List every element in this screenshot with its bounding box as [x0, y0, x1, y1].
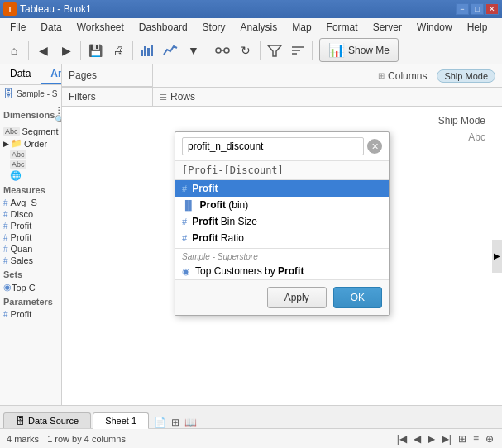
ac-buttons: Apply OK — [175, 279, 389, 315]
source-name: Sample - Superstore — [17, 89, 58, 98]
dim-row-1[interactable]: Abc — [0, 150, 61, 160]
menu-format[interactable]: Format — [320, 20, 365, 35]
nav-first-button[interactable]: |◀ — [395, 433, 409, 445]
new-story-icon[interactable]: 📖 — [184, 417, 197, 428]
zoom-button[interactable]: ⊕ — [484, 433, 495, 445]
minimize-button[interactable]: − — [456, 3, 469, 15]
print-button[interactable]: 🖨 — [108, 40, 129, 61]
bar-icon-profitbin: ▐▌ — [182, 200, 195, 210]
sets-label: Sets — [0, 266, 61, 281]
apply-button[interactable]: Apply — [267, 287, 327, 308]
hash-icon-5: # — [3, 245, 8, 254]
data-source-item[interactable]: 🗄 Sample - Superstore — [0, 85, 61, 102]
show-me-button[interactable]: 📊 Show Me — [319, 38, 399, 62]
tab-datasource-label: Data Source — [28, 416, 79, 426]
menu-file[interactable]: File — [3, 20, 32, 35]
measure-disco[interactable]: # Disco — [0, 208, 61, 220]
menu-window[interactable]: Window — [410, 20, 459, 35]
ac-item-top-customers[interactable]: ◉ Top Customers by Profit — [175, 263, 389, 279]
new-dashboard-icon[interactable]: ⊞ — [171, 417, 179, 428]
menu-map[interactable]: Map — [285, 20, 318, 35]
toolbar-sep-4 — [208, 41, 208, 60]
dim-order-folder[interactable]: ▶ 📁 Order — [0, 137, 61, 150]
autocomplete-input[interactable] — [182, 137, 364, 155]
menu-server[interactable]: Server — [366, 20, 409, 35]
toolbar-sep-5 — [260, 41, 261, 60]
nav-prev-button[interactable]: ◀ — [412, 433, 423, 445]
filter-button[interactable] — [264, 40, 285, 61]
param-profit[interactable]: # Profit — [0, 308, 61, 320]
nav-next-button[interactable]: ▶ — [426, 433, 437, 445]
tab-data-source[interactable]: 🗄 Data Source — [3, 412, 91, 428]
dims-options-icon[interactable]: ⋮ 🔍 — [55, 106, 62, 124]
chart-icon: 📊 — [328, 42, 345, 58]
tab-sheet1[interactable]: Sheet 1 — [93, 412, 149, 429]
home-button[interactable]: ⌂ — [3, 40, 25, 61]
abc-icon: Abc — [3, 127, 20, 136]
ac-item-profitbin-label: Profit (bin) — [200, 199, 249, 211]
dimensions-label: Dimensions ⋮ 🔍 — [0, 102, 61, 126]
nav-last-button[interactable]: ▶| — [440, 433, 453, 445]
ac-item-topCust-label: Top Customers by Profit — [195, 265, 304, 277]
hash-icon-1: # — [3, 198, 8, 207]
menu-worksheet[interactable]: Worksheet — [70, 20, 131, 35]
ac-clear-button[interactable]: ✕ — [367, 139, 382, 154]
grid-view-button[interactable]: ⊞ — [457, 433, 468, 445]
ac-item-profit-ratio[interactable]: # Profit Ratio — [175, 230, 389, 246]
rows-icon: ☰ — [160, 93, 167, 102]
sort-button[interactable] — [287, 40, 308, 61]
show-me-label: Show Me — [348, 45, 390, 56]
folder-icon: 📁 — [11, 138, 22, 149]
status-right: |◀ ◀ ▶ ▶| ⊞ ≡ ⊕ — [395, 433, 495, 445]
close-button[interactable]: ✕ — [485, 3, 499, 15]
maximize-button[interactable]: □ — [471, 3, 484, 15]
refresh-button[interactable]: ↻ — [235, 40, 256, 61]
ac-formula: [Profi-[Discount] — [175, 161, 389, 180]
dim-row-2[interactable]: Abc — [0, 160, 61, 169]
save-button[interactable]: 💾 — [84, 40, 106, 61]
ac-input-row: ✕ — [175, 132, 389, 161]
abc-icon-2: Abc — [10, 150, 26, 159]
tab-analytics[interactable]: Analytics — [41, 64, 62, 84]
ac-item-profit[interactable]: # Profit — [175, 180, 389, 197]
chart-dropdown-button[interactable]: ▼ — [183, 40, 204, 61]
ok-button[interactable]: OK — [333, 287, 382, 308]
bar-chart-button[interactable] — [136, 40, 158, 61]
menu-story[interactable]: Story — [196, 20, 232, 35]
hash-icon-4: # — [3, 233, 8, 242]
pages-shelf: Pages — [62, 64, 153, 87]
forward-button[interactable]: ▶ — [55, 40, 77, 61]
toolbar-sep-2 — [80, 41, 81, 60]
measure-avgS[interactable]: # Avg_S — [0, 197, 61, 208]
ac-item-profit-binsize[interactable]: # Profit Bin Size — [175, 213, 389, 230]
new-worksheet-icon[interactable]: 📄 — [154, 417, 166, 428]
ship-mode-pill-col[interactable]: Ship Mode — [437, 69, 495, 83]
menu-dashboard[interactable]: Dashboard — [132, 20, 194, 35]
ac-item-profit-bin[interactable]: ▐▌ Profit (bin) — [175, 197, 389, 213]
columns-shelf: ⊞ Columns Ship Mode — [153, 64, 502, 87]
measure-sales[interactable]: # Sales — [0, 255, 61, 266]
line-chart-button[interactable] — [160, 40, 181, 61]
view-expand-arrow[interactable]: ▶ — [492, 240, 502, 273]
tab-data[interactable]: Data — [0, 64, 41, 84]
dim-segment[interactable]: Abc Segment — [0, 126, 61, 137]
list-view-button[interactable]: ≡ — [471, 433, 480, 445]
group-button[interactable] — [212, 40, 233, 61]
left-panel: Data Analytics 🗄 Sample - Superstore Dim… — [0, 64, 62, 405]
rows-shelf: ☰ Rows — [153, 88, 502, 106]
rows-cols-info: 1 row by 4 columns — [47, 434, 126, 444]
panel-tab-row: Data Analytics — [0, 64, 61, 85]
measure-profit1[interactable]: # Profit — [0, 220, 61, 231]
measure-profit2[interactable]: # Profit — [0, 231, 61, 243]
menu-help[interactable]: Help — [461, 20, 495, 35]
set-topC[interactable]: ◉ Top C — [0, 281, 61, 293]
autocomplete-dialog: ✕ [Profi-[Discount] # Profit ▐▌ Profit (… — [175, 131, 390, 316]
svg-point-4 — [216, 48, 221, 53]
measure-quan[interactable]: # Quan — [0, 243, 61, 255]
status-left: 4 marks 1 row by 4 columns — [7, 434, 126, 444]
menu-data[interactable]: Data — [34, 20, 68, 35]
dim-row-3[interactable]: 🌐 — [0, 169, 61, 182]
back-button[interactable]: ◀ — [32, 40, 54, 61]
tab-sheet1-label: Sheet 1 — [105, 416, 136, 426]
menu-analysis[interactable]: Analysis — [234, 20, 284, 35]
